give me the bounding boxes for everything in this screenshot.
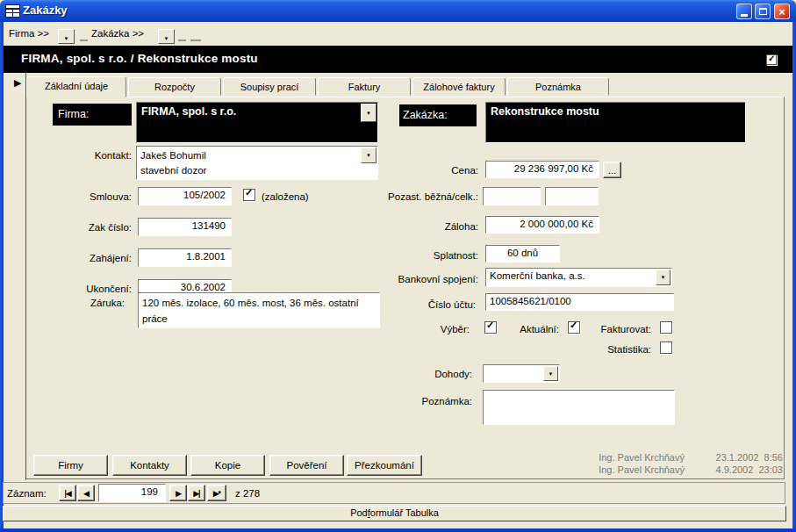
- toolbar-dash: [190, 40, 201, 41]
- toolbar-zakazka-label: Zakázka >>: [91, 28, 144, 39]
- toolbar: Firma >> ▼ Zakázka >> ▼: [4, 22, 792, 47]
- minimize-icon: [741, 14, 748, 17]
- record-number-input[interactable]: 199: [98, 484, 166, 502]
- last-record-button[interactable]: ▶|: [188, 485, 205, 501]
- minimize-button[interactable]: [736, 4, 752, 19]
- chevron-down-icon: ▼: [164, 35, 169, 43]
- tab-faktury[interactable]: Faktury: [318, 77, 411, 96]
- tab-page: [26, 97, 785, 479]
- status-text: Pod: [350, 507, 368, 518]
- toolbar-firma-label: Firma >>: [9, 28, 49, 39]
- form-icon: [6, 5, 19, 17]
- tab-zakladni-udaje[interactable]: Základní údaje: [26, 76, 126, 97]
- window-border-left: [0, 19, 4, 532]
- title-bar[interactable]: Zakázky ×: [0, 0, 796, 22]
- maximize-icon: [759, 8, 767, 15]
- previous-record-button[interactable]: ◀: [77, 485, 95, 501]
- status-bar: Podformulář Tabulka: [3, 506, 786, 521]
- tab-soupisy-praci[interactable]: Soupisy prací: [223, 77, 316, 96]
- chevron-down-icon: ▼: [64, 35, 69, 43]
- record-header: FIRMA, spol. s r.o. / Rekonstrukce mostu…: [4, 46, 792, 73]
- window-border-right: [792, 19, 796, 532]
- next-record-button[interactable]: ▶: [169, 485, 187, 501]
- record-header-title: FIRMA, spol. s r.o. / Rekonstrukce mostu: [21, 52, 258, 65]
- window-border-bottom: [0, 528, 796, 532]
- status-text: ormulář Tabulka: [370, 507, 439, 518]
- tab-poznamka[interactable]: Poznámka: [507, 77, 609, 96]
- close-icon: ×: [778, 6, 785, 18]
- record-navigator: Záznam: |◀ ◀ 199 ▶ ▶| ▶* z 278: [3, 482, 785, 504]
- tab-zalohove-faktury[interactable]: Zálohové faktury: [412, 77, 506, 96]
- first-record-button[interactable]: |◀: [59, 485, 76, 501]
- record-selector-arrow-icon: ▶: [14, 77, 21, 89]
- new-record-button[interactable]: ▶*: [207, 485, 226, 501]
- toolbar-dash: [80, 40, 88, 41]
- toolbar-firma-dropdown[interactable]: ▼: [58, 29, 75, 44]
- record-count-label: z 278: [235, 488, 260, 499]
- check-icon: ✓: [768, 54, 775, 63]
- tab-rozpocty[interactable]: Rozpočty: [128, 77, 221, 96]
- window-title: Zakázky: [23, 4, 68, 17]
- close-button[interactable]: ×: [774, 4, 790, 19]
- application-window: Zakázky × Firma >> ▼ Zakázka >> ▼ FIRMA,…: [0, 0, 796, 532]
- header-checkbox[interactable]: ✓: [766, 54, 777, 65]
- toolbar-dash: [178, 40, 186, 41]
- toolbar-zakazka-dropdown[interactable]: ▼: [158, 29, 175, 44]
- record-navigator-label: Záznam:: [7, 488, 47, 499]
- maximize-button[interactable]: [755, 4, 771, 19]
